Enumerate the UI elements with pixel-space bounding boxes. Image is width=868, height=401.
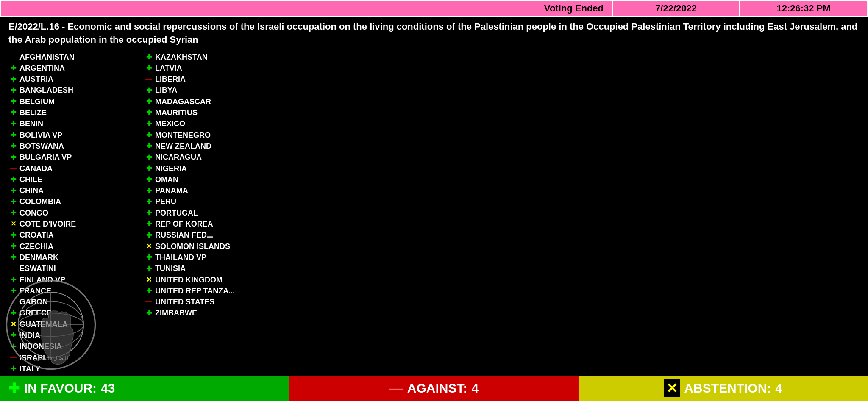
vote-for-icon: ✚ bbox=[8, 253, 18, 262]
country-name: BULGARIA VP bbox=[19, 152, 72, 162]
list-item: ✚AUSTRIA bbox=[8, 74, 144, 84]
vote-absent-icon bbox=[8, 53, 18, 62]
country-name: COLOMBIA bbox=[19, 196, 61, 207]
country-name: MEXICO bbox=[155, 119, 185, 129]
country-name: KAZAKHSTAN bbox=[155, 52, 208, 62]
vote-for-icon: ✚ bbox=[8, 108, 18, 117]
resolution-content: E/2022/L.16 - Economic and social reperc… bbox=[8, 21, 857, 45]
country-name: OMAN bbox=[155, 174, 178, 185]
list-item: ✕UNITED KINGDOM bbox=[144, 275, 280, 285]
vote-for-icon: ✚ bbox=[144, 130, 153, 140]
list-item: ✚NIGERIA bbox=[144, 163, 280, 174]
list-item: ✚KAZAKHSTAN bbox=[144, 52, 280, 62]
list-item: ✚LIBYA bbox=[144, 85, 280, 95]
list-item: ✚ARGENTINA bbox=[8, 63, 144, 73]
favour-count: 43 bbox=[101, 381, 115, 395]
vote-for-icon: ✚ bbox=[8, 230, 18, 240]
country-list-area: AFGHANISTAN✚ARGENTINA✚AUSTRIA✚BANGLADESH… bbox=[0, 50, 868, 387]
list-item: ✕SOLOMON ISLANDS bbox=[144, 241, 280, 252]
country-name: CANADA bbox=[19, 163, 53, 174]
country-name: BELIZE bbox=[19, 108, 47, 118]
country-name: DENMARK bbox=[19, 252, 58, 263]
list-item: ESWATINI bbox=[8, 263, 144, 274]
vote-for-icon: ✚ bbox=[144, 164, 153, 173]
country-name: AFGHANISTAN bbox=[19, 52, 75, 62]
list-item: ✚TUNISIA bbox=[144, 263, 280, 274]
country-name: AUSTRIA bbox=[19, 74, 53, 84]
vote-for-icon: ✚ bbox=[144, 108, 153, 117]
favour-label: IN FAVOUR: bbox=[24, 381, 97, 395]
list-item: ✚MAURITIUS bbox=[144, 108, 280, 118]
list-item: ✚CHILE bbox=[8, 174, 144, 185]
list-item: ✕COTE D'IVOIRE bbox=[8, 219, 144, 229]
vote-for-icon: ✚ bbox=[8, 197, 18, 207]
vote-for-icon: ✚ bbox=[144, 230, 153, 240]
vote-for-icon: ✚ bbox=[8, 119, 18, 129]
list-item: ✚PANAMA bbox=[144, 185, 280, 196]
list-item: ✚BANGLADESH bbox=[8, 85, 144, 95]
list-item: ✚MONTENEGRO bbox=[144, 130, 280, 140]
list-item: ✚RUSSIAN FED... bbox=[144, 230, 280, 240]
time-text: 12:26:32 PM bbox=[776, 3, 830, 14]
vote-for-icon: ✚ bbox=[144, 197, 153, 207]
list-item: ✚PORTUGAL bbox=[144, 208, 280, 218]
list-item: ✚BOLIVIA VP bbox=[8, 130, 144, 140]
country-name: CROATIA bbox=[19, 230, 54, 240]
country-name: ARGENTINA bbox=[19, 63, 65, 73]
abstention-count: 4 bbox=[775, 381, 782, 395]
vote-for-icon: ✚ bbox=[144, 97, 153, 106]
country-name: CHILE bbox=[19, 174, 42, 185]
country-column-2: ✚KAZAKHSTAN✚LATVIA—LIBERIA✚LIBYA✚MADAGAS… bbox=[144, 52, 280, 385]
country-name: CHINA bbox=[19, 185, 44, 196]
country-name: UNITED REP TANZA... bbox=[155, 286, 235, 296]
country-name: REP OF KOREA bbox=[155, 219, 213, 229]
country-name: THAILAND VP bbox=[155, 252, 206, 263]
list-item: ✚BOTSWANA bbox=[8, 141, 144, 151]
footer-against: — AGAINST: 4 bbox=[289, 376, 579, 401]
date-text: 7/22/2022 bbox=[655, 3, 697, 14]
vote-for-icon: ✚ bbox=[8, 242, 18, 251]
country-name: BENIN bbox=[19, 119, 43, 129]
list-item: ✚BULGARIA VP bbox=[8, 152, 144, 162]
footer-abstention: ✕ ABSTENTION: 4 bbox=[579, 376, 868, 401]
favour-icon: ✚ bbox=[8, 380, 20, 396]
list-item: ✚LATVIA bbox=[144, 63, 280, 73]
vote-for-icon: ✚ bbox=[144, 152, 153, 162]
country-name: UNITED KINGDOM bbox=[155, 275, 223, 285]
list-item: ✚DENMARK bbox=[8, 252, 144, 263]
country-name: NICARAGUA bbox=[155, 152, 202, 162]
header-date: 7/22/2022 bbox=[613, 1, 740, 16]
vote-for-icon: ✚ bbox=[144, 53, 153, 62]
vote-for-icon: ✚ bbox=[8, 130, 18, 140]
country-name: BELGIUM bbox=[19, 97, 55, 107]
vote-for-icon: ✚ bbox=[8, 86, 18, 95]
vote-for-icon: ✚ bbox=[144, 208, 153, 218]
vote-for-icon: ✚ bbox=[8, 75, 18, 84]
vote-for-icon: ✚ bbox=[8, 64, 18, 73]
country-name: TUNISIA bbox=[155, 263, 186, 274]
header-bar: Voting Ended 7/22/2022 12:26:32 PM bbox=[0, 0, 868, 17]
status-text: Voting Ended bbox=[544, 3, 604, 14]
vote-against-icon: — bbox=[8, 164, 18, 173]
list-item: ✚PERU bbox=[144, 196, 280, 207]
vote-abstain-icon: ✕ bbox=[8, 219, 18, 229]
list-item: ✚CZECHIA bbox=[8, 241, 144, 252]
resolution-text: E/2022/L.16 - Economic and social reperc… bbox=[0, 17, 868, 50]
list-item: ✚OMAN bbox=[144, 174, 280, 185]
country-name: PANAMA bbox=[155, 185, 188, 196]
country-name: PERU bbox=[155, 196, 176, 207]
vote-for-icon: ✚ bbox=[144, 309, 153, 318]
vote-for-icon: ✚ bbox=[144, 86, 153, 95]
vote-for-icon: ✚ bbox=[144, 141, 153, 151]
footer-favour: ✚ IN FAVOUR: 43 bbox=[0, 376, 289, 401]
country-name: CZECHIA bbox=[19, 241, 53, 252]
list-item: —CANADA bbox=[8, 163, 144, 174]
country-name: CONGO bbox=[19, 208, 48, 218]
country-name: BOLIVIA VP bbox=[19, 130, 62, 140]
list-item: ✚MEXICO bbox=[144, 119, 280, 129]
list-item: ✚CHINA bbox=[8, 185, 144, 196]
country-name: BOTSWANA bbox=[19, 141, 64, 151]
list-item: ✚BELIZE bbox=[8, 108, 144, 118]
against-icon: — bbox=[389, 381, 403, 396]
vote-abstain-icon: ✕ bbox=[144, 275, 153, 285]
